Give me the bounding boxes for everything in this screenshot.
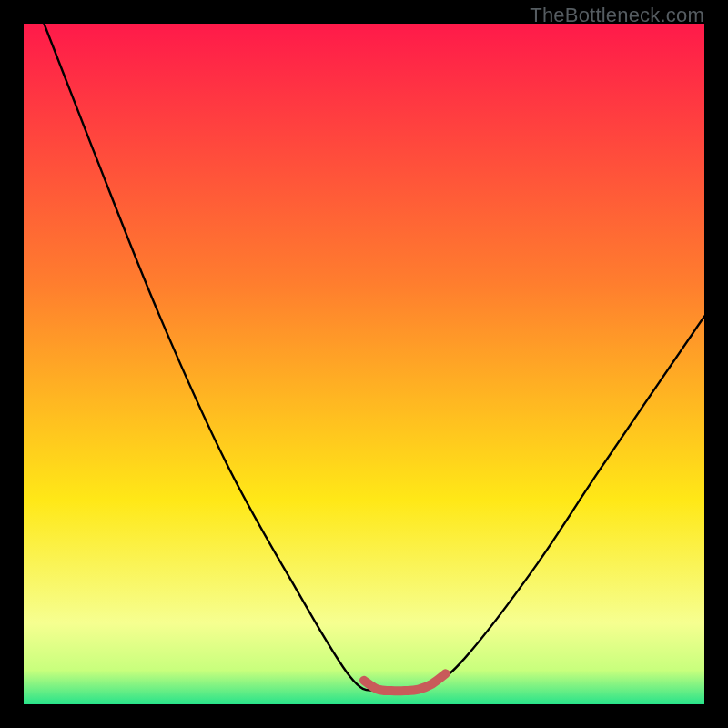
plot-area [24, 24, 704, 704]
bottleneck-curve [44, 24, 704, 693]
overlap-band [364, 673, 446, 691]
chart-frame: TheBottleneck.com [0, 0, 728, 728]
curve-layer [24, 24, 704, 704]
